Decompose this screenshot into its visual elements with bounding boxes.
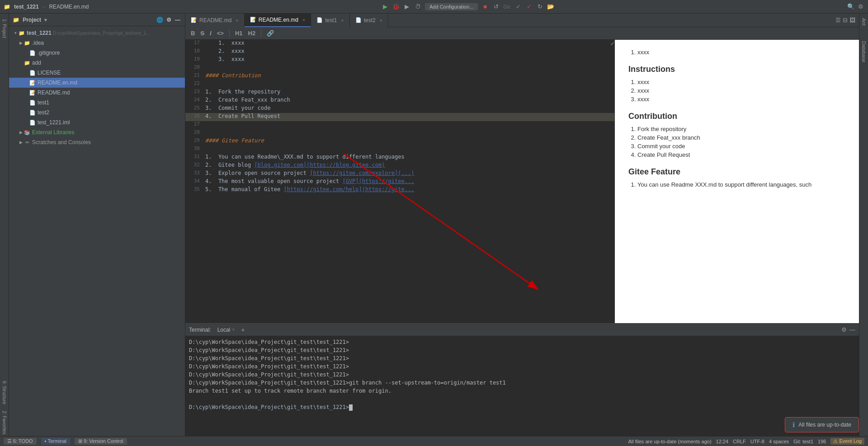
right-tab-database[interactable]: Database [860,38,868,65]
profile-icon[interactable]: ⏱ [414,3,421,10]
git-x-icon[interactable]: ✓ [525,3,533,10]
h2-button[interactable]: H2 [246,29,258,38]
add-name: add [32,60,41,66]
tree-test2[interactable]: 📄 test2 [9,108,185,117]
debug-icon[interactable]: 🐞 [392,3,400,10]
stop-icon[interactable]: ■ [481,3,489,10]
terminal-settings-icon[interactable]: ⚙ [841,326,847,333]
code-line-35: 35 5. The manual of Gitee [https://gitee… [185,186,614,194]
tree-test1[interactable]: 📄 test1 [9,98,185,108]
project-name: test_1221 [14,4,39,10]
tab-test1-close[interactable]: × [341,18,344,23]
idea-folder-icon: 📁 [24,40,31,46]
add-config-button[interactable]: Add Configuration... [425,3,478,10]
right-tab-ant[interactable]: Ant [860,15,868,28]
tree-license[interactable]: 📄 LICENSE [9,68,185,78]
italic-button[interactable]: I [208,29,213,38]
tab-readme-en-close[interactable]: × [302,17,305,23]
project-tree: ▾ 📁 test_1221 D:\cyp\WorkSpace\idea_Proj… [9,26,185,436]
left-strip: 1: Project 6: Structure 2: Favorites [0,14,9,436]
code-line-18: 18 2. xxxx [185,48,614,56]
git-refresh-icon[interactable]: ↻ [536,3,543,10]
sidebar-gear-icon[interactable]: ⚙ [165,16,172,23]
git-check-icon[interactable]: ✓ [514,3,522,10]
status-event-log[interactable]: ⚠ Event Log [830,438,864,445]
tab-test2-close[interactable]: × [380,18,382,23]
tree-idea[interactable]: ▶ 📁 .idea [9,38,185,48]
tab-readme-md[interactable]: 📝 README.md × [185,14,245,27]
tab-readme-md-close[interactable]: × [236,18,238,23]
tree-scratches[interactable]: ▶ ✏ Scratches and Consoles [9,137,185,147]
terminal-label: Terminal: [189,327,211,333]
tab-test2[interactable]: 📄 test2 × [350,14,388,27]
tab-readme-md-label: README.md [199,17,231,23]
search-icon[interactable]: 🔍 [847,3,854,10]
strip-favorites[interactable]: 2: Favorites [1,409,8,436]
run-icon[interactable]: ▶ [382,3,389,10]
terminal-local-tab[interactable]: Local × [215,325,238,335]
iml-name: test_1221.iml [38,119,70,126]
status-todo[interactable]: ☰ 6: TODO [4,438,37,445]
status-version-control[interactable]: ⊞ 9: Version Control [75,438,127,445]
add-folder-icon: 📁 [24,60,31,66]
status-git[interactable]: Git: test1 [793,439,813,444]
strikethrough-button[interactable]: S [198,29,206,38]
status-crlf[interactable]: CRLF [733,439,746,444]
tab-image-icon[interactable]: 🖼 [849,17,855,23]
status-terminal[interactable]: ▪ Terminal [41,438,70,445]
editor-area: 📝 README.md × 📝 README.en.md × 📄 test1 ×… [185,14,859,436]
code-content[interactable]: 17 1. xxxx ✓ 18 2. xxxx 19 3. xxxx [185,40,614,323]
coverage-icon[interactable]: ▶ [403,3,410,10]
status-spaces[interactable]: 4 spaces [769,439,789,444]
tree-root[interactable]: ▾ 📁 test_1221 D:\cyp\WorkSpace\idea_Proj… [9,28,185,38]
code-line-29: 29 #### Gitee Feature [185,137,614,146]
rerun-icon[interactable]: ↺ [492,3,500,10]
tree-readme[interactable]: 📝 README.md [9,88,185,98]
preview-instructions-heading: Instructions [628,65,845,74]
h1-button[interactable]: H1 [233,29,245,38]
sidebar-collapse-icon[interactable]: — [174,16,181,23]
terminal-line-7: Branch test1 set up to track remote bran… [189,387,855,395]
active-file-name: README.en.md [49,4,89,10]
tree-ext-libs[interactable]: ▶ 📚 External Libraries [9,127,185,137]
tree-readme-en[interactable]: 📝 README.en.md [9,78,185,88]
tab-list-icon[interactable]: ☰ [835,17,841,23]
link-explore[interactable]: [https://gitee.com/explore](...) [310,170,414,176]
terminal-minimize-icon[interactable]: — [849,326,855,333]
tree-gitignore[interactable]: 📄 .gitignore [9,48,185,58]
sidebar-globe-icon[interactable]: 🌐 [156,16,163,23]
tab-bar-right-icons: ☰ ⊟ 🖼 [835,17,859,23]
tab-readme-en-md[interactable]: 📝 README.en.md × [245,14,311,27]
editor-toolbar: B S I <> H1 H2 🔗 [185,27,859,40]
terminal-line-4: D:\cyp\WorkSpace\idea_Project\git_test\t… [189,362,855,371]
status-encoding[interactable]: UTF-8 [750,439,764,444]
terminal-add-button[interactable]: + [241,326,245,333]
readme-en-icon: 📝 [29,80,36,86]
tree-iml[interactable]: 📄 test_1221.iml [9,117,185,127]
strip-project[interactable]: 1: Project [1,17,8,40]
git-label: Git: [503,4,511,9]
link-button[interactable]: 🔗 [265,29,276,38]
link-help[interactable]: [https://gitee.com/help](https://gite... [283,186,414,192]
strip-structure[interactable]: 6: Structure [1,379,8,406]
tab-split-icon[interactable]: ⊟ [843,17,848,23]
terminal-content[interactable]: D:\cyp\WorkSpace\idea_Project\git_test\t… [185,336,859,436]
settings-icon[interactable]: ⚙ [857,3,864,10]
tree-add[interactable]: 📁 add [9,58,185,68]
link-blog[interactable]: [blog.gitee.com](https://blog.gitee.com) [254,162,385,168]
link-gvp[interactable]: [GVP](https://gitee... [342,178,414,184]
bold-button[interactable]: B [189,29,197,38]
preview-instr-2: xxxx [637,87,845,94]
root-path: D:\cyp\WorkSpace\idea_Project\git_test\t… [53,31,150,36]
code-line-30: 30 [185,146,614,154]
root-folder-icon: 📁 [18,30,25,36]
tab-test2-label: test2 [364,17,376,23]
git-folder-icon[interactable]: 📂 [547,3,554,10]
terminal-tab-close[interactable]: × [232,327,235,332]
tab-test1[interactable]: 📄 test1 × [311,14,349,27]
terminal-line-8 [189,395,855,403]
ext-libs-icon: 📚 [24,130,31,136]
code-button[interactable]: <> [215,29,226,38]
toolbar-sep2 [261,30,261,37]
editor-split: 17 1. xxxx ✓ 18 2. xxxx 19 3. xxxx [185,40,859,323]
